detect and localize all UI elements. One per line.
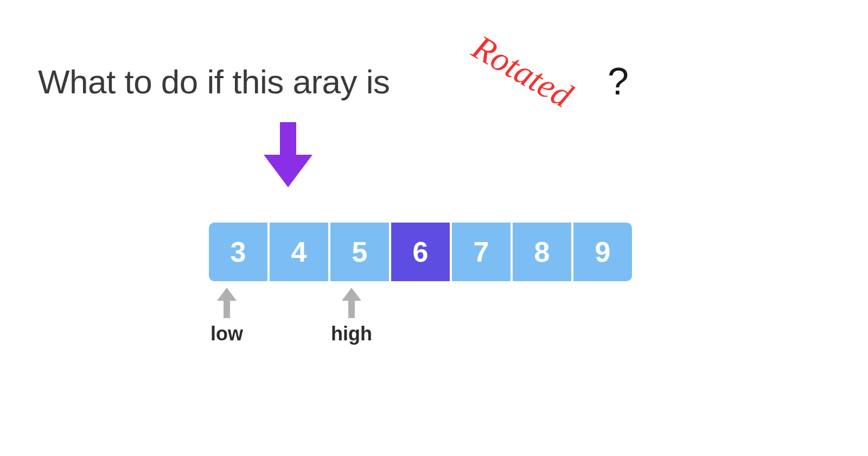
array-cell: 3 xyxy=(209,223,267,281)
array-container: 3 4 5 6 7 8 9 xyxy=(209,223,632,281)
pointer-high: high xyxy=(331,288,372,345)
pointer-low-label: low xyxy=(210,322,243,345)
array-cell: 7 xyxy=(452,223,510,281)
up-arrow-icon xyxy=(210,288,243,318)
array-cell-highlight: 6 xyxy=(391,223,450,281)
question-mark: ? xyxy=(608,60,629,103)
array-cell: 5 xyxy=(330,223,389,281)
up-arrow-icon xyxy=(335,288,368,318)
heading-text: What to do if this aray is xyxy=(38,62,390,101)
rotated-label: Rotated xyxy=(465,27,579,116)
pointer-low: low xyxy=(210,288,243,345)
diagram-canvas: What to do if this aray is Rotated ? 3 4… xyxy=(0,0,868,456)
array-cell: 4 xyxy=(270,223,328,281)
array-cell: 9 xyxy=(573,223,632,281)
down-arrow-icon xyxy=(264,122,312,189)
pointer-high-label: high xyxy=(331,322,372,345)
array-cell: 8 xyxy=(513,223,571,281)
